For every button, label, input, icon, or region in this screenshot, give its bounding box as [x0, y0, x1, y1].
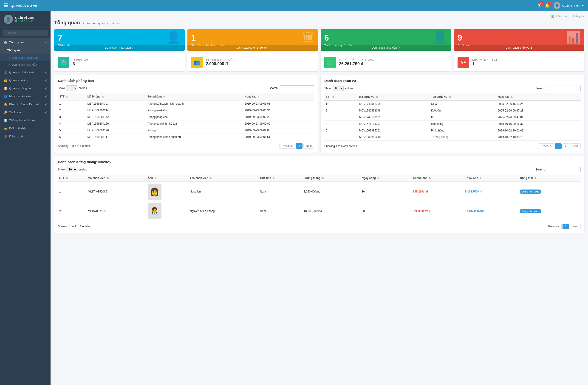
dept-show-select[interactable]: 61025	[66, 85, 77, 91]
dept-search-control: Search:	[269, 85, 314, 91]
sidebar-label-qlct: Quản lý công tác	[9, 86, 32, 90]
salary-table-controls: Show 102550 entries Search:	[58, 167, 581, 172]
bell-button[interactable]: 🔔 7	[545, 3, 550, 8]
stat-cards-row: 7 Nhân viên 👤 Danh sách nhân viên ❯ 1 Số…	[54, 29, 584, 51]
salary-show-select[interactable]: 102550	[66, 167, 77, 172]
pos-search-input[interactable]	[546, 86, 581, 91]
user-avatar-top: 👤	[554, 2, 560, 9]
stat-footer-tk[interactable]: Danh sách tài khoản ❯	[321, 45, 451, 51]
dept-show-label: Show	[58, 86, 65, 90]
stat-footer-kt[interactable]: Danh sách khen thưởng ❯	[188, 45, 318, 51]
sort-icon: ⇅	[66, 96, 68, 98]
chevron-right3-icon: ❮	[45, 87, 47, 90]
sidebar-item-thongke[interactable]: ○ Thống kê	[0, 46, 51, 54]
info-card-khenthuong: 👥 TIỀN CHI KHEN THƯỞNG 2.000.000 đ	[188, 54, 318, 71]
user-menu[interactable]: 👤 Quản trị viên ▼	[554, 2, 584, 9]
table-row: 6MBP1569204111Phòng hành chính nhân sự20…	[58, 134, 314, 140]
info-icon: ℹ️	[4, 119, 7, 122]
pos-prev-btn[interactable]: Previous	[538, 143, 554, 149]
info-label-nghi: NHÂN VIÊN NGHỈ VIỆC	[472, 58, 500, 61]
breadcrumb-home[interactable]: Tổng quan	[556, 15, 569, 18]
pos-show-select[interactable]: 61025	[333, 86, 344, 91]
dept-col-ma: Mã Phòng ⇅	[86, 93, 146, 100]
breadcrumb: 🏠 Tổng quan › Thống kê	[54, 15, 584, 18]
top-navigation: ☰ QL NHAN SU VIP ✉ 13 🔔 7 👤 Quản trị viê…	[0, 0, 588, 11]
sidebar-item-dangxuat[interactable]: 🚪 Đăng xuất	[0, 132, 51, 140]
chevron-right4-icon: ❮	[45, 95, 47, 97]
pos-page-1[interactable]: 1	[555, 143, 562, 149]
stat-number-cv: 9	[458, 33, 581, 43]
chevron-down-icon: ▼	[581, 4, 584, 7]
dept-prev-btn[interactable]: Previous	[279, 143, 295, 149]
sidebar-item-dstaikhoan[interactable]: ○ Danh sách tài khoản	[0, 61, 51, 68]
sort-icon9: ⇅	[66, 177, 68, 179]
info-value-phongban: 6	[73, 61, 88, 66]
sort-icon12: ⇅	[210, 177, 211, 179]
position-table-title: Danh sách chức vụ	[324, 79, 581, 83]
sidebar-item-overview[interactable]: 🏠 Tổng quan ▾	[0, 38, 51, 46]
sidebar-item-doimatkhau[interactable]: 🔒 Đổi mật khẩu	[0, 124, 51, 132]
dept-pagination: Showing 1 to 6 of 6 entries Previous 1 N…	[58, 143, 314, 149]
sidebar-label-dsnv: Danh sách nhân viên	[12, 56, 38, 59]
position-table-section: Danh sách chức vụ Show 61025 entries Sea…	[321, 75, 584, 153]
salary-search-input[interactable]	[546, 167, 581, 172]
sidebar-item-quanlycongtac[interactable]: 📋 Quản lý công tác ❮	[0, 84, 51, 92]
status-badge: Đang làm việc	[520, 190, 541, 194]
sort-icon6: ⇅	[376, 96, 378, 98]
employee-photo: 👩‍💼	[148, 203, 162, 219]
info-icon-luong: 🛒	[324, 57, 336, 68]
sal-col-stt: STT ⇅	[58, 174, 86, 182]
sal-col-luong: Lương tháng ⇅	[302, 174, 360, 182]
pos-show-control: Show 61025 entries	[324, 86, 353, 91]
sort-icon5: ⇅	[332, 96, 334, 98]
sidebar-item-thongtintk[interactable]: ℹ️ Thông tin tài khoản	[0, 116, 51, 124]
info-card-nghi: G+ NHÂN VIÊN NGHỈ VIỆC 1	[454, 54, 584, 71]
nav-actions: ✉ 13 🔔 7 👤 Quản trị viên ▼	[538, 2, 584, 9]
pos-page-2[interactable]: 2	[563, 143, 569, 149]
sidebar-item-khenthuong[interactable]: ⭐ Khen thưởng - Kỷ luật ❮	[0, 100, 51, 108]
sidebar-item-nhomnhanvien[interactable]: 👥 Nhóm nhân viên ❮	[0, 92, 51, 100]
breadcrumb-current: Thống kê	[573, 15, 584, 18]
sidebar-label-qlnv: Quản lý Nhân viên	[9, 70, 34, 74]
sort-icon14: ⇅	[322, 177, 324, 179]
pos-pagination: Showing 1 to 6 of 9 entries Previous 1 2…	[324, 143, 581, 149]
sidebar-search-input[interactable]	[3, 30, 48, 36]
table-row: 5MCV1569985261Phó phòng2019-10-02 10:01:…	[324, 127, 581, 134]
dept-page-1[interactable]: 1	[296, 143, 303, 149]
hamburger-icon[interactable]: ☰	[4, 3, 8, 8]
stat-footer-nv[interactable]: Danh sách nhân viên ❯	[54, 45, 185, 51]
mail-button[interactable]: ✉ 13	[538, 3, 541, 8]
sidebar-label-tttk: Thông tin tài khoản	[9, 119, 35, 122]
salary-pagination-btns: Previous 1 Next	[546, 224, 581, 229]
stat-icon-kt: 🏛	[302, 31, 314, 44]
salary-page-1[interactable]: 1	[563, 224, 569, 229]
salary-search-control: Search:	[535, 167, 581, 172]
stat-footer-cv[interactable]: Danh sách chức vụ ❯	[454, 45, 584, 51]
info-cards-row: ⚙️ PHÒNG BAN 6 👥 TIỀN CHI KHEN THƯỞNG 2.…	[54, 54, 584, 71]
info-value-luong: 26.261.750 đ	[339, 61, 374, 66]
sidebar-user-name: Quản trị viên	[15, 16, 34, 19]
sidebar: 👤 Quản trị viên Quản trị viên 🏠 Tổng qua…	[0, 11, 51, 385]
chevron-right-icon: ❮	[45, 71, 47, 73]
chevron-icon: ▾	[45, 41, 47, 44]
dept-table-controls: Show 61025 entries Search:	[58, 85, 314, 91]
salary-show-label: Show	[58, 168, 65, 171]
pos-next-btn[interactable]: Next	[570, 143, 581, 149]
info-icon-nghi: G+	[458, 57, 469, 68]
sidebar-item-dsnhanvien[interactable]: ○ Danh sách nhân viên	[0, 54, 51, 61]
sidebar-item-quanlynv[interactable]: 👤 Quản lý Nhân viên ❮	[0, 68, 51, 76]
dept-search-input[interactable]	[280, 85, 314, 91]
stat-card-nhanvien: 7 Nhân viên 👤 Danh sách nhân viên ❯	[54, 29, 185, 51]
page-subtitle: Phần mềm quản lý nhân sự	[83, 21, 120, 25]
group-icon: 👥	[4, 95, 7, 98]
salary-next-btn[interactable]: Next	[570, 224, 581, 229]
sidebar-item-taikhoan[interactable]: 🔑 Tài khoản ❮	[0, 108, 51, 116]
pos-col-stt: STT ⇅	[324, 93, 358, 100]
nav-brand: ☰ QL NHAN SU VIP	[4, 3, 38, 8]
sidebar-label-overview: Tổng quan	[9, 41, 24, 44]
sidebar-item-quanlyluong[interactable]: 💰 Quản lý lương ❮	[0, 76, 51, 84]
dept-next-btn[interactable]: Next	[303, 143, 314, 149]
salary-prev-btn[interactable]: Previous	[546, 224, 562, 229]
chevron-right5-icon: ❮	[45, 103, 47, 106]
dept-search-label: Search:	[269, 86, 278, 90]
